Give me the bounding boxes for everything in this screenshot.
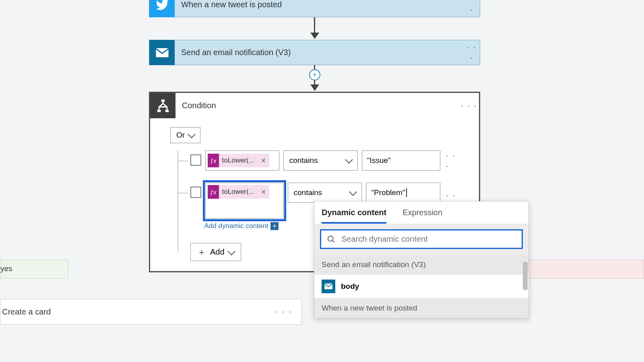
search-input[interactable] bbox=[341, 234, 516, 244]
dc-item-body[interactable]: body bbox=[314, 275, 528, 298]
dc-item-label: body bbox=[341, 282, 359, 291]
step-menu-icon[interactable]: · · · bbox=[464, 0, 480, 15]
branch-yes: yes bbox=[0, 260, 68, 279]
expression-token-label: toLower(... bbox=[219, 188, 258, 196]
branch-no bbox=[515, 260, 644, 279]
right-operand-input[interactable] bbox=[362, 150, 440, 171]
left-operand-input[interactable]: ƒx toLower(... ✕ bbox=[205, 150, 279, 171]
condition-row: ƒx toLower(... ✕ contains · · · bbox=[178, 150, 463, 171]
mail-icon bbox=[322, 280, 335, 293]
step-menu-icon[interactable]: · · · bbox=[464, 42, 480, 63]
popover-tabs: Dynamic content Expression bbox=[314, 202, 528, 224]
operator-select[interactable]: contains bbox=[283, 150, 358, 171]
svg-marker-0 bbox=[310, 33, 319, 39]
row-checkbox[interactable] bbox=[190, 187, 201, 198]
condition-title: Condition bbox=[175, 93, 459, 118]
create-card-step[interactable]: Create a card · · · bbox=[0, 299, 302, 325]
left-operand-input[interactable]: ƒx toLower(... ✕ bbox=[205, 183, 284, 219]
chevron-down-icon bbox=[349, 188, 357, 196]
action-step-card[interactable]: Send an email notification (V3) · · · bbox=[149, 40, 480, 65]
svg-marker-2 bbox=[310, 84, 319, 91]
expression-token-label: toLower(... bbox=[219, 156, 258, 165]
tab-expression[interactable]: Expression bbox=[402, 208, 442, 224]
connector-arrow bbox=[149, 17, 480, 40]
action-step-title: Send an email notification (V3) bbox=[175, 48, 464, 57]
operator-label: contains bbox=[294, 188, 322, 197]
chevron-down-icon bbox=[345, 156, 353, 164]
add-row-button[interactable]: ＋ Add bbox=[190, 243, 241, 261]
condition-menu-icon[interactable]: · · · bbox=[459, 101, 479, 111]
search-box[interactable] bbox=[320, 229, 523, 249]
svg-line-7 bbox=[332, 240, 334, 242]
tree-line bbox=[178, 193, 188, 193]
chevron-down-icon bbox=[227, 247, 235, 255]
svg-rect-4 bbox=[157, 109, 161, 112]
dc-section-header: When a new tweet is posted bbox=[314, 298, 528, 318]
right-operand-value: "Problem" bbox=[371, 188, 405, 197]
expression-token[interactable]: ƒx toLower(... ✕ bbox=[208, 185, 269, 199]
branch-yes-label: yes bbox=[0, 264, 12, 273]
chevron-down-icon bbox=[188, 130, 196, 138]
operator-label: contains bbox=[289, 156, 318, 165]
right-operand-input[interactable]: "Problem" bbox=[366, 183, 440, 203]
dynamic-content-popover: Dynamic content Expression Send an email… bbox=[314, 201, 529, 319]
add-row-label: Add bbox=[210, 247, 225, 257]
remove-token-icon[interactable]: ✕ bbox=[258, 188, 269, 196]
connector-arrow-with-add: + bbox=[149, 65, 480, 92]
plus-icon: ＋ bbox=[197, 248, 206, 257]
fx-icon: ƒx bbox=[208, 154, 219, 167]
svg-rect-3 bbox=[161, 99, 165, 102]
tab-dynamic-content[interactable]: Dynamic content bbox=[322, 208, 386, 224]
remove-token-icon[interactable]: ✕ bbox=[258, 157, 269, 165]
step-menu-icon[interactable]: · · · bbox=[274, 306, 300, 317]
expression-token[interactable]: ƒx toLower(... ✕ bbox=[208, 154, 269, 167]
fx-icon: ƒx bbox=[208, 185, 219, 199]
logic-operator-dropdown[interactable]: Or bbox=[170, 127, 200, 143]
dc-section-header: Send an email notification (V3) bbox=[314, 255, 528, 275]
add-dynamic-content-link[interactable]: Add dynamic content + bbox=[204, 222, 279, 230]
create-card-label: Create a card bbox=[2, 307, 51, 317]
add-dynamic-content-label: Add dynamic content bbox=[204, 222, 268, 230]
search-icon bbox=[327, 235, 336, 244]
svg-point-6 bbox=[328, 236, 333, 241]
mail-icon bbox=[149, 40, 175, 65]
operator-select[interactable]: contains bbox=[288, 183, 362, 203]
svg-rect-5 bbox=[165, 109, 169, 112]
tree-line bbox=[178, 160, 188, 161]
add-step-button[interactable]: + bbox=[309, 69, 320, 80]
twitter-icon bbox=[149, 0, 175, 17]
plus-icon: + bbox=[270, 222, 279, 230]
search-area bbox=[314, 224, 528, 255]
text-caret bbox=[406, 188, 407, 197]
trigger-step-title: When a new tweet is posted bbox=[175, 0, 464, 9]
scrollbar-thumb[interactable] bbox=[523, 262, 528, 290]
row-menu-icon[interactable]: · · · bbox=[444, 150, 463, 171]
condition-icon bbox=[150, 93, 175, 118]
row-checkbox[interactable] bbox=[190, 154, 201, 166]
trigger-step-card[interactable]: When a new tweet is posted · · · bbox=[149, 0, 480, 17]
condition-header[interactable]: Condition · · · bbox=[150, 93, 479, 118]
logic-operator-label: Or bbox=[176, 131, 185, 140]
